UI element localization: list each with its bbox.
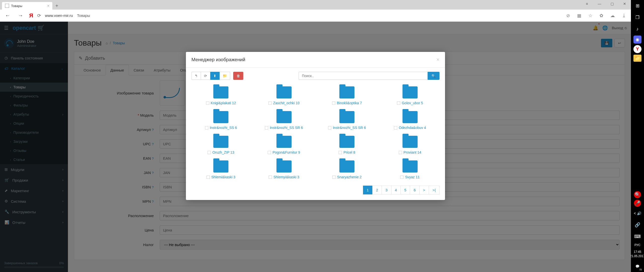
- folder-item[interactable]: Instr&nozhi_SS SR 6: [317, 111, 377, 130]
- url-display[interactable]: www.voen-mir.ru Товары: [45, 13, 561, 18]
- folder-checkbox[interactable]: [208, 151, 211, 154]
- search-input[interactable]: [299, 72, 428, 80]
- yandex-browser-icon[interactable]: Y: [633, 45, 641, 53]
- folder-checkbox[interactable]: [397, 101, 400, 105]
- keyboard-icon[interactable]: ⌨: [632, 231, 642, 242]
- language-indicator[interactable]: РУС: [634, 242, 640, 248]
- folder-item[interactable]: Pricel 8: [317, 136, 377, 154]
- folder-label[interactable]: Svyaz 11: [381, 175, 440, 179]
- page-button[interactable]: >: [419, 186, 429, 194]
- minimize-button[interactable]: —: [593, 0, 606, 8]
- browser-tab[interactable]: Товары ×: [2, 2, 52, 10]
- new-folder-button[interactable]: 📁: [220, 72, 230, 80]
- folder-label[interactable]: Snaryazhenie 2: [317, 175, 377, 179]
- new-tab-button[interactable]: +: [53, 2, 60, 10]
- delete-button[interactable]: 🗑: [233, 72, 243, 80]
- folder-icon: [213, 160, 228, 173]
- folder-label[interactable]: Instr&nozhi_SS SR 6: [255, 126, 314, 130]
- page-button[interactable]: 5: [400, 186, 410, 194]
- reload-button[interactable]: ⟳: [37, 13, 41, 18]
- clock[interactable]: 17:45 21.05.2017: [630, 248, 644, 260]
- search-button[interactable]: 🔍: [428, 72, 439, 80]
- folder-checkbox[interactable]: [339, 151, 342, 154]
- folder-label[interactable]: Shlemyi&kaski 3: [255, 175, 314, 179]
- link-icon[interactable]: 🔗: [632, 220, 642, 230]
- notifications-icon[interactable]: 💬21: [632, 261, 642, 271]
- modal-close-icon[interactable]: ×: [436, 56, 439, 63]
- folder-label[interactable]: Zaschit_ochki 10: [255, 101, 314, 105]
- folder-checkbox[interactable]: [265, 126, 268, 129]
- file-explorer-icon[interactable]: 📁: [633, 55, 641, 62]
- music-icon[interactable]: ♪: [632, 24, 642, 34]
- folder-label[interactable]: Proviant 14: [381, 150, 440, 154]
- folder-item[interactable]: Knigi&plakati 12: [191, 86, 251, 105]
- close-window-button[interactable]: ✕: [618, 0, 631, 8]
- folder-checkbox[interactable]: [400, 176, 404, 179]
- folder-item[interactable]: Instr&nozhi_SS SR 6: [255, 111, 314, 130]
- discord-icon[interactable]: ◉: [633, 36, 641, 44]
- extension-icon[interactable]: ▦: [576, 13, 583, 18]
- folder-checkbox[interactable]: [399, 151, 402, 154]
- folder-checkbox[interactable]: [205, 126, 208, 129]
- bookmark-star-icon[interactable]: ☆: [587, 13, 594, 18]
- windows-start-icon[interactable]: ⊞: [632, 1, 642, 11]
- parent-folder-button[interactable]: ↰: [191, 72, 201, 80]
- maximize-button[interactable]: ▢: [606, 0, 618, 8]
- folder-item[interactable]: Proviant 14: [381, 136, 440, 154]
- search-circle-icon[interactable]: 🔍: [634, 191, 641, 198]
- folder-item[interactable]: Golov_ubor 5: [381, 86, 440, 105]
- folder-checkbox[interactable]: [268, 151, 271, 154]
- folder-label[interactable]: Binokli&optika 7: [317, 101, 377, 105]
- folder-item[interactable]: Oruzh_ZIP 13: [191, 136, 251, 154]
- folder-label[interactable]: Shlemi&kaski 3: [191, 175, 251, 179]
- folder-checkbox[interactable]: [332, 176, 336, 179]
- tab-close-icon[interactable]: ×: [47, 4, 49, 8]
- folder-label[interactable]: Pricel 8: [317, 150, 377, 154]
- tray-expand-icon[interactable]: < 🔊: [632, 208, 642, 218]
- tab-title: Товары: [11, 4, 22, 8]
- page-button[interactable]: 6: [410, 186, 419, 194]
- refresh-button[interactable]: ⟳: [201, 72, 210, 80]
- folder-label[interactable]: Odezhda&obuv 4: [381, 126, 440, 130]
- browser-menu-icon[interactable]: ≡: [581, 0, 593, 8]
- folder-item[interactable]: Binokli&optika 7: [317, 86, 377, 105]
- folder-label[interactable]: Instr&nozhi_SS SR 6: [317, 126, 377, 130]
- mic-circle-icon[interactable]: 🎤: [634, 200, 641, 207]
- folder-label[interactable]: Instr&nozhi_SS 6: [191, 126, 251, 130]
- taskview-icon[interactable]: ❐: [632, 12, 642, 22]
- folder-label[interactable]: Pogon&Furnitur 9: [255, 150, 314, 154]
- folder-label[interactable]: Golov_ubor 5: [381, 101, 440, 105]
- folder-name: Knigi&plakati 12: [211, 101, 236, 105]
- folder-checkbox[interactable]: [328, 126, 331, 129]
- back-button[interactable]: ←: [3, 12, 12, 19]
- page-icon: [5, 4, 9, 8]
- folder-item[interactable]: Pogon&Furnitur 9: [255, 136, 314, 154]
- page-button[interactable]: >|: [429, 186, 439, 194]
- folder-checkbox[interactable]: [269, 176, 272, 179]
- download-icon[interactable]: ⭳: [620, 13, 628, 18]
- folder-checkbox[interactable]: [206, 101, 209, 105]
- folder-label[interactable]: Oruzh_ZIP 13: [191, 150, 251, 154]
- page-button[interactable]: 2: [372, 186, 382, 194]
- cloud-icon[interactable]: ☁: [609, 13, 616, 18]
- folder-item[interactable]: Zaschit_ochki 10: [255, 86, 314, 105]
- page-button[interactable]: 3: [382, 186, 391, 194]
- folder-checkbox[interactable]: [207, 176, 210, 179]
- folder-checkbox[interactable]: [394, 126, 397, 129]
- shield-icon[interactable]: ⊘: [565, 13, 572, 18]
- page-button[interactable]: 4: [391, 186, 401, 194]
- folder-checkbox[interactable]: [332, 101, 335, 105]
- folder-label[interactable]: Knigi&plakati 12: [191, 101, 251, 105]
- folder-item[interactable]: Shlemyi&kaski 3: [255, 160, 314, 179]
- folder-item[interactable]: Snaryazhenie 2: [317, 160, 377, 179]
- folder-item[interactable]: Odezhda&obuv 4: [381, 111, 440, 130]
- upload-button[interactable]: ⬆: [210, 72, 220, 80]
- leaf-icon[interactable]: ✿: [598, 13, 605, 18]
- yandex-logo-icon[interactable]: Я: [29, 12, 33, 19]
- folder-item[interactable]: Shlemi&kaski 3: [191, 160, 251, 179]
- forward-button[interactable]: →: [16, 12, 25, 19]
- page-button[interactable]: 1: [363, 186, 373, 194]
- folder-item[interactable]: Svyaz 11: [381, 160, 440, 179]
- folder-checkbox[interactable]: [268, 101, 272, 105]
- folder-item[interactable]: Instr&nozhi_SS 6: [191, 111, 251, 130]
